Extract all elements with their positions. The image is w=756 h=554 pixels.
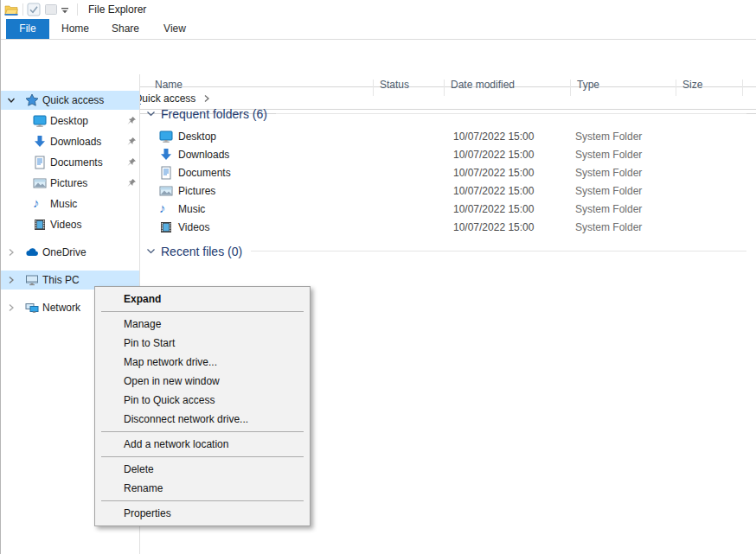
music-icon: ♪ [33, 195, 40, 210]
file-name[interactable]: Desktop [178, 131, 216, 143]
column-separator[interactable] [570, 80, 571, 96]
qat-customize-dropdown[interactable] [61, 7, 69, 14]
sidebar-item-label: Downloads [50, 136, 101, 148]
group-recent-files[interactable]: Recent files (0) [146, 244, 746, 258]
sidebar-item-label: Quick access [42, 94, 104, 106]
sidebar-item-documents[interactable]: Documents [1, 153, 139, 172]
file-name[interactable]: Documents [178, 167, 231, 179]
menu-item-map-network-drive[interactable]: Map network drive... [95, 353, 310, 372]
column-separator[interactable] [742, 80, 743, 96]
file-type: System Folder [575, 203, 642, 215]
file-type: System Folder [575, 167, 642, 179]
file-type: System Folder [575, 149, 642, 161]
group-rule [251, 251, 746, 252]
pin-icon [126, 157, 137, 168]
tab-file[interactable]: File [6, 19, 49, 39]
downloads-icon [33, 135, 47, 149]
chevron-right-icon[interactable] [7, 303, 16, 312]
column-header-type[interactable]: Type [577, 79, 599, 91]
tab-view[interactable]: View [153, 19, 196, 39]
file-name[interactable]: Videos [178, 221, 209, 233]
qat-new-folder-button[interactable] [44, 3, 58, 16]
chevron-right-icon[interactable] [7, 248, 16, 257]
sidebar-item-pictures[interactable]: Pictures [1, 174, 139, 193]
sidebar-item-label: This PC [42, 274, 80, 286]
chevron-right-icon[interactable] [7, 276, 16, 284]
context-menu: Expand Manage Pin to Start Map network d… [94, 286, 311, 526]
file-name[interactable]: Pictures [178, 185, 215, 197]
file-name[interactable]: Downloads [178, 149, 229, 161]
window-title: File Explorer [88, 3, 146, 16]
file-row-pictures[interactable]: Pictures 10/07/2022 15:00 System Folder [140, 182, 756, 201]
titlebar-separator [22, 3, 23, 16]
sidebar-item-label: Videos [50, 219, 81, 231]
group-rule [276, 113, 746, 114]
file-name[interactable]: Music [178, 203, 205, 215]
this-pc-icon [25, 273, 39, 287]
group-label: Recent files (0) [161, 245, 242, 258]
chevron-down-icon[interactable] [146, 109, 156, 118]
titlebar: File Explorer [1, 0, 756, 19]
network-icon [25, 301, 39, 315]
menu-separator [101, 311, 304, 312]
file-row-music[interactable]: ♪ Music 10/07/2022 15:00 System Folder [140, 201, 756, 219]
pin-icon [126, 178, 137, 188]
column-header-status[interactable]: Status [380, 79, 409, 91]
menu-separator [101, 456, 304, 457]
documents-icon [33, 156, 47, 169]
quick-access-star-icon [25, 93, 39, 107]
videos-icon [33, 218, 47, 232]
menu-item-expand[interactable]: Expand [95, 290, 310, 309]
sidebar-item-desktop[interactable]: Desktop [1, 111, 139, 131]
file-date-modified: 10/07/2022 15:00 [453, 185, 534, 197]
menu-item-add-a-network-location[interactable]: Add a network location [95, 435, 310, 454]
file-date-modified: 10/07/2022 15:00 [453, 221, 534, 233]
file-explorer-logo-icon [4, 3, 18, 16]
sidebar-item-downloads[interactable]: Downloads [1, 132, 139, 151]
menu-item-manage[interactable]: Manage [95, 315, 310, 334]
sidebar-item-music[interactable]: ♪ Music [1, 194, 139, 213]
menu-item-properties[interactable]: Properties [95, 504, 310, 523]
menu-item-pin-to-start[interactable]: Pin to Start [95, 334, 310, 353]
group-frequent-folders[interactable]: Frequent folders (6) [146, 106, 746, 121]
chevron-down-icon[interactable] [7, 96, 16, 105]
menu-item-pin-to-quick-access[interactable]: Pin to Quick access [95, 391, 310, 410]
menu-item-rename[interactable]: Rename [95, 479, 310, 498]
desktop-icon [33, 114, 47, 128]
file-explorer-window: File Explorer File Home Share View Q [0, 0, 756, 554]
group-label: Frequent folders (6) [161, 107, 267, 121]
sidebar-item-label: OneDrive [42, 246, 86, 258]
file-row-videos[interactable]: Videos 10/07/2022 15:00 System Folder [140, 219, 756, 237]
menu-item-disconnect-network-drive[interactable]: Disconnect network drive... [95, 410, 310, 429]
documents-icon [159, 166, 173, 180]
file-date-modified: 10/07/2022 15:00 [453, 149, 534, 161]
tab-share[interactable]: Share [104, 19, 147, 39]
sidebar-item-onedrive[interactable]: OneDrive [1, 243, 139, 262]
sidebar-item-videos[interactable]: Videos [1, 215, 139, 234]
file-date-modified: 10/07/2022 15:00 [453, 203, 534, 215]
file-row-desktop[interactable]: Desktop 10/07/2022 15:00 System Folder [140, 128, 756, 146]
column-separator[interactable] [373, 80, 374, 96]
chevron-down-icon[interactable] [146, 246, 156, 256]
column-header-date-modified[interactable]: Date modified [451, 79, 515, 91]
column-header-name[interactable]: Name [155, 79, 183, 91]
file-type: System Folder [575, 185, 642, 197]
file-row-documents[interactable]: Documents 10/07/2022 15:00 System Folder [140, 164, 756, 182]
qat-properties-button[interactable] [27, 3, 41, 16]
menu-separator [101, 500, 304, 501]
tab-home[interactable]: Home [54, 19, 97, 39]
sidebar-item-quick-access[interactable]: Quick access [1, 91, 139, 110]
menu-item-delete[interactable]: Delete [95, 460, 310, 479]
downloads-icon [159, 148, 173, 162]
music-icon: ♪ [159, 201, 166, 215]
onedrive-cloud-icon [25, 245, 39, 259]
file-type: System Folder [575, 221, 642, 233]
column-separator[interactable] [444, 80, 445, 96]
file-row-downloads[interactable]: Downloads 10/07/2022 15:00 System Folder [140, 146, 756, 164]
desktop-icon [159, 130, 173, 143]
column-header-size[interactable]: Size [682, 79, 702, 91]
column-separator[interactable] [676, 80, 676, 96]
menu-item-open-in-new-window[interactable]: Open in new window [95, 372, 310, 391]
videos-icon [159, 220, 173, 234]
file-date-modified: 10/07/2022 15:00 [453, 167, 534, 179]
